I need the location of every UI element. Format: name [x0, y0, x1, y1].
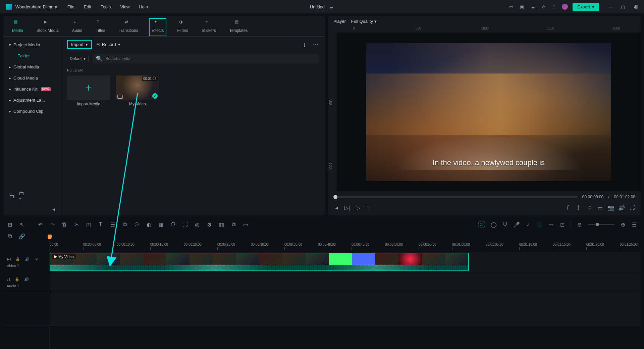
- layout-icon[interactable]: ▭: [508, 4, 514, 10]
- cut-icon[interactable]: ✂: [73, 221, 79, 228]
- color-icon[interactable]: ◐: [146, 221, 152, 228]
- sidebar-item-folder[interactable]: Folder: [3, 50, 61, 61]
- mute-icon[interactable]: 🔊: [23, 277, 30, 283]
- timeline-layout-icon[interactable]: ⧉: [7, 233, 13, 239]
- sidebar-item-adjustment-layer[interactable]: ▸Adjustment La...: [3, 95, 61, 106]
- compound-icon[interactable]: ⧉: [230, 221, 236, 228]
- search-input[interactable]: [105, 56, 315, 61]
- zoom-slider[interactable]: [588, 224, 614, 225]
- tab-titles[interactable]: TTitles: [93, 18, 108, 36]
- folder-icon[interactable]: 🗀: [9, 193, 15, 199]
- timeline-link-icon[interactable]: 🔗: [19, 233, 25, 239]
- more-icon[interactable]: ⋯: [313, 42, 319, 48]
- camera-icon[interactable]: 📷: [608, 205, 614, 211]
- tab-filters[interactable]: ◑Filters: [174, 18, 191, 36]
- record-button[interactable]: Record▾: [97, 42, 120, 47]
- sort-select[interactable]: Default ▾: [67, 55, 89, 62]
- speed-icon[interactable]: ⏲: [134, 221, 140, 228]
- tab-media[interactable]: ▦Media: [9, 18, 26, 36]
- play-prev-icon[interactable]: ▷|: [344, 205, 350, 211]
- playhead-handle-icon[interactable]: [48, 235, 52, 239]
- search-box[interactable]: 🔍: [93, 54, 319, 63]
- mute-icon[interactable]: 🔊: [24, 256, 30, 262]
- group-icon[interactable]: ▥: [218, 221, 224, 228]
- display-icon[interactable]: ▭: [597, 205, 603, 211]
- quality-select[interactable]: Full Quality ▾: [351, 19, 377, 24]
- sidebar-item-global-media[interactable]: ▸Global Media: [3, 61, 61, 72]
- text-icon[interactable]: T: [98, 221, 104, 228]
- volume-icon[interactable]: 🔊: [619, 205, 625, 211]
- export-button[interactable]: Export ▾: [573, 3, 599, 11]
- marker-icon[interactable]: ⚐: [586, 205, 592, 211]
- video-clip[interactable]: ▶My Video: [50, 253, 469, 271]
- menu-help[interactable]: Help: [139, 4, 148, 9]
- sidebar-item-influence-kit[interactable]: ▸Influence KitNEW: [3, 84, 61, 95]
- bracket-open-icon[interactable]: {: [565, 205, 571, 211]
- import-media-tile[interactable]: + Import Media: [67, 76, 110, 106]
- adjust-icon[interactable]: ⚙: [206, 221, 212, 228]
- render-icon[interactable]: ▭: [243, 221, 249, 228]
- nine-icon[interactable]: ⊡: [559, 221, 565, 228]
- maximize-icon[interactable]: ▢: [620, 4, 626, 10]
- redo-icon[interactable]: ↷: [49, 221, 55, 228]
- expand-icon[interactable]: ⛶: [182, 221, 188, 228]
- delete-icon[interactable]: 🗑: [61, 221, 67, 228]
- timeline-ruler[interactable]: 00:0000:00:05:0000:00:10:0000:00:15:0000…: [3, 241, 641, 252]
- lock-icon[interactable]: 🔒: [14, 277, 20, 283]
- zoom-out-icon[interactable]: ⊖: [576, 221, 582, 228]
- link-icon[interactable]: ⧉: [122, 221, 128, 228]
- menu-edit[interactable]: Edit: [84, 4, 91, 9]
- grid-icon[interactable]: ⊞: [7, 221, 13, 228]
- bracket-close-icon[interactable]: }: [576, 205, 582, 211]
- apps-icon[interactable]: ⁝⁝: [551, 4, 557, 10]
- screenshot-icon[interactable]: ▣: [519, 4, 525, 10]
- visible-icon[interactable]: 👁: [34, 256, 40, 262]
- monitor-icon[interactable]: ▭: [548, 221, 554, 228]
- help-icon[interactable]: ⟳: [540, 4, 546, 10]
- player-scrubber[interactable]: [333, 196, 578, 198]
- music-icon[interactable]: ♪: [525, 221, 531, 228]
- tab-effects[interactable]: ✦Effects: [149, 18, 166, 36]
- lock-icon[interactable]: 🔒: [15, 256, 21, 262]
- cloud-sync-icon[interactable]: ☁: [328, 4, 334, 10]
- user-avatar-icon[interactable]: [562, 4, 568, 10]
- mic-icon[interactable]: 🎤: [514, 221, 520, 228]
- tab-transitions[interactable]: ⇄Transitions: [116, 18, 141, 36]
- effects-tl-icon[interactable]: ▦: [158, 221, 164, 228]
- timer-icon[interactable]: ⏱: [170, 221, 176, 228]
- tab-templates[interactable]: ▤Templates: [227, 18, 251, 36]
- filter-icon[interactable]: ⫿: [302, 42, 308, 48]
- minimize-icon[interactable]: —: [608, 4, 614, 10]
- track-icon[interactable]: ☰: [110, 221, 116, 228]
- zoom-in-icon[interactable]: ⊕: [620, 221, 626, 228]
- new-folder-icon[interactable]: 🗀⁺: [19, 193, 25, 199]
- cloud-icon[interactable]: ☁: [530, 4, 536, 10]
- circle-icon[interactable]: ◯: [491, 221, 497, 228]
- list-view-icon[interactable]: ☰: [631, 221, 637, 228]
- snapshot-icon[interactable]: ▧: [633, 3, 639, 9]
- menu-view[interactable]: View: [120, 4, 129, 9]
- tab-stock-media[interactable]: ▶Stock Media: [34, 18, 61, 36]
- collapse-sidebar-icon[interactable]: ◂: [51, 206, 57, 212]
- stop-icon[interactable]: □: [366, 205, 372, 211]
- sidebar-item-compound-clip[interactable]: ▸Compound Clip: [3, 106, 61, 117]
- import-button[interactable]: Import▾: [67, 40, 92, 49]
- tab-stickers[interactable]: ✧Stickers: [199, 18, 219, 36]
- eye-icon[interactable]: ◎: [194, 221, 200, 228]
- fullscreen-icon[interactable]: ⛶: [629, 205, 635, 211]
- video-preview[interactable]: In the video, a newlywed couple is: [339, 35, 638, 189]
- prev-frame-icon[interactable]: ◂: [333, 205, 339, 211]
- menu-file[interactable]: File: [67, 4, 74, 9]
- sidebar-item-project-media[interactable]: ▾Project Media: [3, 39, 61, 50]
- ai-icon[interactable]: ☺: [478, 221, 485, 228]
- pointer-icon[interactable]: ↖: [19, 221, 25, 228]
- mixer-icon[interactable]: ⿻: [536, 221, 542, 228]
- crop-icon[interactable]: ◰: [86, 221, 92, 228]
- media-clip-tile[interactable]: 00:01:02 ✓ My Video: [116, 76, 159, 106]
- play-icon[interactable]: ▷: [355, 205, 361, 211]
- sidebar-item-cloud-media[interactable]: ▸Cloud Media: [3, 72, 61, 84]
- tab-audio[interactable]: ♫Audio: [69, 18, 85, 36]
- shield-icon[interactable]: ⛉: [502, 221, 508, 228]
- undo-icon[interactable]: ↶: [37, 221, 43, 228]
- menu-tools[interactable]: Tools: [101, 4, 111, 9]
